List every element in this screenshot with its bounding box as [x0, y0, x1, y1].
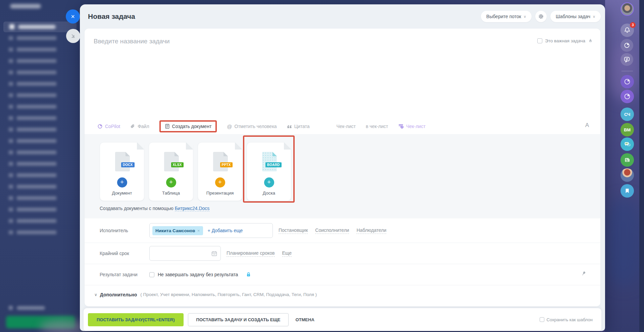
card-create-pptx[interactable]: PPTX + Презентация	[198, 142, 242, 201]
settings-icon-blurred	[9, 306, 13, 310]
copilot-ring-icon	[624, 93, 631, 100]
important-task-toggle: Это важная задача	[537, 38, 593, 43]
settings-item-blurred	[17, 306, 45, 310]
submit-task-button[interactable]: ПОСТАВИТЬ ЗАДАЧУ(CTRL+ENTER)	[88, 313, 184, 326]
notification-badge: 3	[630, 22, 636, 28]
portal-name-blurred	[10, 4, 41, 8]
plus-icon: +	[215, 177, 225, 188]
submit-and-create-button[interactable]: ПОСТАВИТЬ ЗАДАЧУ И СОЗДАТЬ ЕЩЕ	[188, 313, 289, 326]
toolbar-copilot-checklist[interactable]: Чек-лист	[398, 124, 426, 129]
bitrix24-docs-link[interactable]: Битрикс24.Docs	[175, 206, 210, 211]
plus-icon: +	[117, 177, 127, 188]
copilot-rail-icon[interactable]	[621, 39, 633, 52]
docx-file-icon: DOCX	[113, 151, 132, 173]
chat-sync-button[interactable]	[621, 53, 633, 66]
task-form-card: Это важная задача CoPilot	[85, 29, 600, 306]
editor-toolbar: CoPilot Файл Создать документ	[85, 119, 600, 134]
formatting-toggle[interactable]: A	[585, 122, 589, 129]
new-task-modal: Новая задача Выберите поток ∨ Шаблоны за…	[80, 4, 605, 331]
bookmark-button[interactable]	[621, 184, 634, 198]
task-title-input[interactable]	[94, 36, 490, 47]
copilot-icon	[97, 124, 103, 129]
paperclip-icon	[130, 124, 135, 129]
assignee-row: Исполнитель Никита Самсонов × + Добавить…	[85, 218, 600, 243]
board-file-icon: BOARD	[260, 151, 279, 173]
screen: 3	[0, 0, 644, 332]
chevron-down-icon: ∨	[593, 14, 595, 19]
menu-items-blurred	[17, 36, 56, 238]
calendar-icon: 24	[211, 251, 217, 256]
page-title: Новая задача	[88, 12, 135, 20]
assignee-field[interactable]: Никита Самсонов × + Добавить еще	[149, 223, 273, 238]
gear-icon	[538, 13, 544, 19]
copilot-purple-button-1[interactable]	[621, 75, 634, 88]
docs-hint: Создавать документы с помощью Битрикс24.…	[100, 206, 209, 211]
plus-icon: +	[166, 177, 176, 188]
deadline-input[interactable]: 24	[149, 246, 221, 261]
chevron-down-icon: ∨	[94, 292, 97, 297]
result-row: Результат задачи Не завершать задачу без…	[85, 264, 600, 285]
toolbar-create-document[interactable]: Создать документ	[165, 124, 212, 129]
toolbar-checklist[interactable]: Чек-лист	[337, 124, 356, 129]
creator-link[interactable]: Постановщик	[279, 227, 308, 234]
task-templates-button[interactable]: Шаблоны задач ∨	[550, 11, 601, 22]
important-checkbox[interactable]	[537, 38, 542, 43]
card-create-board[interactable]: BOARD + Доска	[247, 142, 291, 201]
pptx-file-icon: PPTX	[211, 151, 230, 173]
right-rail: 3	[618, 0, 637, 332]
news-button[interactable]	[621, 153, 634, 167]
flame-icon	[588, 38, 593, 43]
close-button[interactable]: ×	[66, 9, 80, 24]
chat-avatar-sc[interactable]: СЧ	[621, 108, 634, 121]
svg-text:24: 24	[213, 253, 215, 255]
messenger-button[interactable]	[621, 137, 634, 151]
annotation-highlight-create-document: Создать документ	[159, 120, 217, 132]
rail-divider	[622, 71, 633, 71]
toolbar-mention-person[interactable]: @ Отметить человека	[227, 124, 277, 129]
observers-link[interactable]: Наблюдатели	[356, 227, 386, 234]
collapse-button[interactable]	[66, 29, 80, 43]
card-create-docx[interactable]: DOCX + Документ	[100, 142, 144, 201]
create-document-panel: DOCX + Документ XLSX + Таблица	[85, 134, 600, 218]
lock-icon	[246, 272, 251, 277]
task-description-area[interactable]	[85, 52, 600, 119]
deadline-planning-link[interactable]: Планирование сроков	[227, 250, 275, 257]
deadline-more-link[interactable]: Еще	[282, 250, 292, 257]
additional-options: ( Проект, Учет времени, Напомнить, Повто…	[140, 292, 317, 297]
chat-avatar-vm[interactable]: ВМ	[621, 123, 634, 136]
assignee-chip[interactable]: Никита Самсонов ×	[152, 226, 203, 235]
copilot-ring-icon	[624, 78, 631, 85]
user-avatar[interactable]	[621, 2, 634, 16]
toolbar-to-checklist[interactable]: в чек-лист	[366, 124, 388, 129]
assistant-avatar[interactable]	[621, 168, 634, 182]
invite-button-blurred	[6, 316, 75, 328]
chevron-down-icon: ∨	[524, 14, 526, 19]
bookmark-icon	[624, 188, 630, 194]
coexecutors-link[interactable]: Соисполнители	[315, 227, 349, 234]
result-checkbox[interactable]	[149, 272, 154, 277]
swirl-icon	[624, 42, 630, 49]
remove-assignee-icon[interactable]: ×	[197, 228, 200, 233]
settings-button[interactable]	[535, 11, 547, 22]
save-template-checkbox[interactable]	[540, 317, 544, 322]
toolbar-copilot[interactable]: CoPilot	[97, 124, 120, 129]
at-icon: @	[227, 124, 232, 129]
pin-icon[interactable]	[581, 271, 586, 276]
select-flow-button[interactable]: Выберите поток ∨	[481, 11, 532, 22]
add-assignee-link[interactable]: + Добавить еще	[208, 228, 243, 233]
bell-icon	[624, 27, 631, 34]
notifications-button[interactable]: 3	[621, 24, 634, 37]
deadline-row: Крайний срок 24 Планирование сроков Еще	[85, 243, 600, 264]
right-edge-strip	[639, 0, 644, 332]
toolbar-quote[interactable]: Цитата	[287, 124, 310, 129]
chat-sync-icon	[624, 56, 630, 63]
modal-footer: ПОСТАВИТЬ ЗАДАЧУ(CTRL+ENTER) ПОСТАВИТЬ З…	[84, 308, 601, 331]
additional-row[interactable]: ∨ Дополнительно ( Проект, Учет времени, …	[85, 285, 600, 304]
toolbar-attach-file[interactable]: Файл	[130, 124, 149, 129]
document-icon	[165, 124, 170, 129]
newspaper-icon	[624, 156, 631, 164]
copilot-purple-button-2[interactable]	[621, 90, 634, 103]
cancel-button[interactable]: ОТМЕНА	[295, 317, 314, 322]
task-fields: Исполнитель Никита Самсонов × + Добавить…	[85, 218, 600, 304]
card-create-xlsx[interactable]: XLSX + Таблица	[149, 142, 193, 201]
